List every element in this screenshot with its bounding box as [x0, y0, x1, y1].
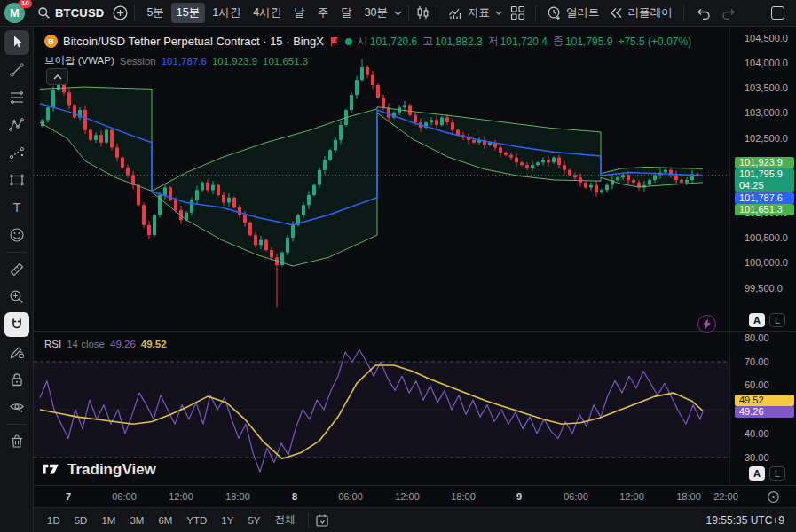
- time-label-18:00: 18:00: [225, 491, 250, 502]
- time-label-18:00: 18:00: [451, 491, 476, 502]
- badge-price: 101,795.9: [739, 168, 794, 180]
- range-YTD[interactable]: YTD: [180, 512, 213, 528]
- interval-30분[interactable]: 30분: [359, 3, 393, 23]
- range-5D[interactable]: 5D: [68, 512, 94, 528]
- clock-timezone[interactable]: 19:55:35 UTC+9: [706, 514, 784, 527]
- interval-주[interactable]: 주: [312, 3, 335, 23]
- range-6M[interactable]: 6M: [152, 512, 178, 528]
- toolbar-separator: [308, 512, 309, 528]
- replay-button[interactable]: 리플레이: [604, 3, 677, 23]
- symbol-legend-row[interactable]: B Bitcoin/USD Tether Perpetual Contract …: [44, 34, 691, 49]
- chart-style-icon[interactable]: [415, 5, 430, 20]
- user-avatar[interactable]: M 10: [4, 3, 25, 23]
- chart-region: B Bitcoin/USD Tether Perpetual Contract …: [34, 27, 796, 532]
- range-5Y[interactable]: 5Y: [241, 512, 266, 528]
- trendline-tool[interactable]: [4, 58, 29, 82]
- scale-tick-104,500.0: 104,500.0: [745, 33, 788, 43]
- interval-dropdown-icon[interactable]: [394, 11, 402, 16]
- vwap-param: Session: [120, 56, 156, 66]
- scale-mode-chips: AL: [749, 466, 785, 481]
- time-label-06:00: 06:00: [564, 491, 588, 502]
- interval-15분[interactable]: 15분: [171, 3, 205, 23]
- shapes-tool[interactable]: [4, 168, 29, 192]
- log-scale-button[interactable]: L: [769, 313, 785, 327]
- vwap-legend-row[interactable]: 브이왑 (VWAP) Session 101,787.6 101,923.9 1…: [44, 54, 691, 67]
- lock-all-tool[interactable]: [4, 367, 29, 392]
- drawing-toolbar: T: [0, 27, 34, 532]
- badge-countdown: 04:25: [739, 180, 794, 192]
- ruler-tool[interactable]: [4, 257, 29, 282]
- time-label-9: 9: [516, 491, 522, 502]
- top-toolbar: M 10 BTCUSD 5분15분1시간4시간날주달30분 지표: [0, 0, 796, 27]
- interval-날[interactable]: 날: [288, 3, 311, 23]
- auto-scale-button[interactable]: A: [749, 313, 765, 327]
- fullscreen-button[interactable]: [771, 6, 784, 20]
- interval-5분[interactable]: 5분: [141, 3, 169, 23]
- sidebar-divider: [7, 424, 27, 425]
- price-scale[interactable]: 104,500.0104,000.0103,500.0103,000.0102,…: [729, 27, 796, 331]
- notification-badge: 10: [19, 0, 32, 8]
- symbol-search-button[interactable]: BTCUSD: [37, 6, 104, 20]
- emoji-tool[interactable]: [4, 223, 29, 247]
- fib-retracement-tool[interactable]: [4, 85, 29, 110]
- interval-4시간[interactable]: 4시간: [248, 3, 287, 23]
- toolbar-separator: [408, 5, 409, 21]
- text-tool[interactable]: T: [4, 195, 29, 220]
- scale-tick-30.00: 30.00: [745, 452, 769, 463]
- time-label-12:00: 12:00: [169, 491, 193, 502]
- forecast-tool[interactable]: [4, 140, 29, 165]
- layout-grid-icon[interactable]: [510, 5, 525, 20]
- zoom-in-tool[interactable]: [4, 285, 29, 309]
- hide-all-tool[interactable]: [4, 395, 29, 419]
- go-to-date-calendar-icon[interactable]: [315, 513, 329, 528]
- rsi-value: 49.26: [110, 339, 136, 349]
- redo-icon[interactable]: [721, 6, 737, 20]
- alert-button[interactable]: 얼러트: [542, 3, 604, 23]
- ruler-icon: [8, 261, 26, 278]
- drawing-lock-tool[interactable]: [4, 340, 29, 364]
- scale-tick-100,000.0: 100,000.0: [745, 257, 788, 268]
- price-badge-101,795.9: 101,795.904:25: [735, 168, 794, 192]
- compare-add-icon[interactable]: [113, 5, 128, 20]
- lock-all-icon: [8, 371, 26, 388]
- rsi-pane[interactable]: RSI 14 close 49.26 49.52 TradingView: [34, 332, 729, 484]
- chart-title: Bitcoin/USD Tether Perpetual Contract · …: [63, 35, 324, 48]
- rsi-legend-row[interactable]: RSI 14 close 49.26 49.52: [44, 339, 167, 349]
- rsi-ma-value: 49.52: [141, 339, 167, 349]
- trading-app-window: M 10 BTCUSD 5분15분1시간4시간날주달30분 지표: [0, 0, 796, 532]
- auto-scale-button[interactable]: A: [749, 466, 765, 481]
- range-1M[interactable]: 1M: [95, 512, 122, 528]
- time-axis[interactable]: 706:0012:0018:00806:0012:0018:00906:0012…: [34, 485, 796, 507]
- price-pane[interactable]: B Bitcoin/USD Tether Perpetual Contract …: [34, 27, 729, 331]
- rsi-scale[interactable]: 80.0070.0060.0050.0040.0030.0049.5249.26…: [729, 332, 796, 484]
- indicators-icon: [448, 5, 463, 20]
- drawing-lock-icon: [8, 343, 26, 361]
- indicators-dropdown-icon: [495, 11, 502, 15]
- time-label-12:00: 12:00: [395, 491, 420, 502]
- go-to-realtime-icon[interactable]: [767, 490, 780, 507]
- interval-달[interactable]: 달: [335, 3, 358, 23]
- quick-trade-lightning-button[interactable]: [697, 315, 716, 333]
- interval-1시간[interactable]: 1시간: [207, 3, 246, 23]
- range-1D[interactable]: 1D: [41, 512, 67, 528]
- delete-drawings-tool[interactable]: [4, 429, 29, 454]
- zoom-in-icon: [8, 288, 26, 306]
- toolbar-separator: [134, 5, 135, 21]
- pattern-tool[interactable]: [4, 113, 29, 137]
- svg-text:B: B: [48, 36, 54, 46]
- scale-tick-103,000.0: 103,000.0: [745, 107, 788, 118]
- scale-tick-99,500.0: 99,500.0: [745, 283, 783, 293]
- legend-collapse-button[interactable]: [46, 68, 68, 85]
- undo-icon[interactable]: [696, 6, 711, 20]
- magnet-tool[interactable]: [4, 312, 29, 337]
- toolbar-separator: [437, 5, 437, 21]
- cursor-tool[interactable]: [4, 30, 29, 55]
- red-flag-icon[interactable]: [329, 36, 340, 47]
- time-label-06:00: 06:00: [112, 491, 137, 502]
- log-scale-button[interactable]: L: [769, 466, 785, 481]
- range-1Y[interactable]: 1Y: [215, 512, 240, 528]
- range-3M[interactable]: 3M: [123, 512, 150, 528]
- range-전체[interactable]: 전체: [269, 511, 302, 529]
- indicators-button[interactable]: 지표: [444, 3, 507, 23]
- scale-tick-102,500.0: 102,500.0: [745, 133, 788, 144]
